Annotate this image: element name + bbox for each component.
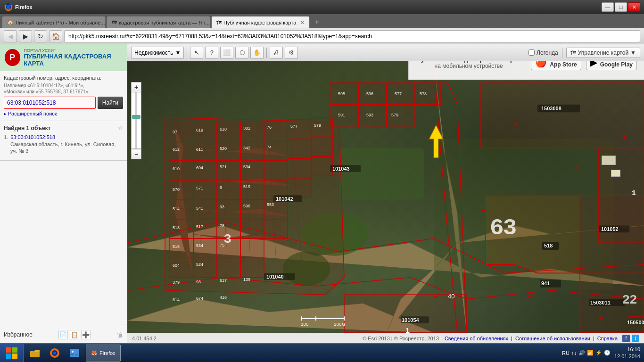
svg-rect-29 xyxy=(217,180,240,199)
search-input[interactable] xyxy=(4,97,96,109)
svg-text:+: + xyxy=(528,293,532,300)
app-store-name: App Store xyxy=(550,61,577,68)
svg-text:520: 520 xyxy=(220,146,227,151)
updates-link[interactable]: Сведения об обновлениях xyxy=(445,336,508,341)
polygon-tool-button[interactable]: ⬡ xyxy=(235,47,248,59)
zoom-in-button[interactable]: + xyxy=(131,82,141,92)
manage-map-button[interactable]: 🗺 Управление картой ▼ xyxy=(566,48,640,58)
new-tab-button[interactable]: + xyxy=(311,16,323,28)
svg-text:101052: 101052 xyxy=(601,227,619,232)
svg-rect-42 xyxy=(264,219,288,239)
map-view[interactable]: .cad-line { stroke: #cc0000; stroke-widt… xyxy=(127,61,644,333)
home-button[interactable]: 🏠 xyxy=(49,30,62,42)
portal-logo: Р xyxy=(5,49,20,66)
building-marker xyxy=(602,156,616,165)
property-type-label: Недвижимость xyxy=(134,49,173,56)
portal-title-block: ПОРТАЛ УСЛУГ ПУБЛИЧНАЯ КАДАСТРОВАЯ КАРТА xyxy=(24,48,123,67)
cursor-tool-button[interactable]: ↖ xyxy=(190,47,203,59)
favorites-list-icon[interactable]: 📋 xyxy=(70,330,79,339)
close-button[interactable]: ✕ xyxy=(628,2,640,12)
portal-header: Р ПОРТАЛ УСЛУГ ПУБЛИЧНАЯ КАДАСТРОВАЯ КАР… xyxy=(0,44,127,71)
svg-text:524: 524 xyxy=(196,262,203,267)
tabs-bar: 🏠 Личный кабинет Pro - Мои объявле... ✕ … xyxy=(0,14,644,28)
back-button[interactable]: ◀ xyxy=(4,30,17,42)
address-bar[interactable] xyxy=(64,30,640,42)
svg-rect-48 xyxy=(193,258,217,277)
svg-text:101043: 101043 xyxy=(332,166,350,171)
search-button[interactable]: Найти xyxy=(98,97,123,109)
result-link[interactable]: 63:03:0101052:518 xyxy=(10,134,55,140)
zoom-scale[interactable] xyxy=(131,92,141,149)
results-panel: Найден 1 объект ☆ 1. 63:03:0101052:518 С… xyxy=(0,121,127,161)
search-hint-line1: Например «61:6:10104:12», «61:6:*», xyxy=(4,83,84,88)
tab-close-3[interactable]: ✕ xyxy=(300,19,305,26)
cadastral-overlay: .cad-line { stroke: #cc0000; stroke-widt… xyxy=(127,61,644,333)
footer-sep-2: | xyxy=(593,336,594,341)
favorites-add-icon[interactable]: 📄 xyxy=(58,330,68,339)
minimize-button[interactable]: — xyxy=(602,2,614,12)
favorites-add2-icon[interactable]: ➕ xyxy=(81,330,91,339)
svg-text:+: + xyxy=(481,206,485,214)
reload-button[interactable]: ↻ xyxy=(34,30,47,42)
taskbar-explorer[interactable] xyxy=(25,345,44,362)
svg-text:612: 612 xyxy=(173,147,180,152)
zoom-controls: + − xyxy=(131,82,141,159)
start-button[interactable] xyxy=(0,344,24,362)
network-icon[interactable]: 📶 xyxy=(587,350,594,356)
info-tool-button[interactable]: ? xyxy=(205,47,218,59)
agreement-link[interactable]: Соглашение об использовании xyxy=(515,336,590,341)
svg-text:604: 604 xyxy=(173,263,180,268)
legend-checkbox[interactable] xyxy=(528,49,535,56)
logo-q1 xyxy=(6,347,11,353)
taskbar-firefox-window[interactable]: 🦊 Firefox xyxy=(86,345,121,362)
svg-text:139: 139 xyxy=(243,277,250,282)
svg-rect-17 xyxy=(264,141,288,161)
zoom-out-button[interactable]: − xyxy=(131,149,141,159)
svg-text:379: 379 xyxy=(173,280,180,285)
svg-text:534: 534 xyxy=(196,244,203,248)
forward-button[interactable]: ▶ xyxy=(19,30,32,42)
pan-tool-button[interactable]: ✋ xyxy=(250,47,264,59)
facebook-icon[interactable]: f xyxy=(622,335,630,342)
taskbar-window-label: Firefox xyxy=(99,350,116,356)
extended-search-link[interactable]: ▸ Расширенный поиск xyxy=(4,111,123,117)
svg-text:941: 941 xyxy=(541,281,550,286)
help-link[interactable]: Справка xyxy=(597,336,618,341)
result-number: 1. xyxy=(4,134,8,140)
speaker-icon[interactable]: 🔊 xyxy=(578,350,585,356)
favorites-trash-icon[interactable]: 🗑 xyxy=(116,331,123,338)
taskbar-firefox[interactable] xyxy=(45,345,64,362)
zoom-handle[interactable] xyxy=(132,115,140,119)
pkk-title-sub: на мобильном устройстве xyxy=(416,63,521,69)
taskbar-right: RU ↑↓ 🔊 📶 ⚡ 🕐 16:10 12.01.2014 xyxy=(558,346,644,360)
portal-subtitle: ПОРТАЛ УСЛУГ xyxy=(24,48,123,53)
svg-rect-16 xyxy=(240,141,264,161)
tab-favicon-3: 🗺 xyxy=(216,20,222,25)
tab-pkk[interactable]: 🗺 Публичная кадастровая карта ✕ xyxy=(211,16,310,28)
legend-button[interactable]: Легенда xyxy=(528,49,558,56)
browser-titlebar: Firefox — □ ✕ xyxy=(0,0,644,14)
address-input[interactable] xyxy=(68,33,636,40)
print-button[interactable]: 🖨 xyxy=(270,47,283,59)
svg-rect-57 xyxy=(387,105,415,126)
tab-personal[interactable]: 🏠 Личный кабинет Pro - Мои объявле... ✕ xyxy=(2,16,106,28)
maximize-button[interactable]: □ xyxy=(615,2,627,12)
tab-yandex[interactable]: 🗺 кадастровая публичная карта — Ян... ✕ xyxy=(107,16,210,28)
svg-text:+: + xyxy=(434,294,438,300)
svg-rect-147 xyxy=(30,351,40,357)
svg-text:382: 382 xyxy=(243,126,250,131)
svg-text:591: 591 xyxy=(338,113,345,118)
browser-window: Firefox — □ ✕ 🏠 Личный кабинет Pro - Мои… xyxy=(0,0,644,343)
tab-label-3: Публичная кадастровая карта xyxy=(223,20,296,25)
svg-text:521: 521 xyxy=(220,165,227,170)
logo-q4 xyxy=(12,354,17,359)
settings-button[interactable]: ⚙ xyxy=(285,47,298,59)
property-type-dropdown[interactable]: Недвижимость ▼ xyxy=(131,47,184,59)
results-star[interactable]: ☆ xyxy=(118,125,123,132)
svg-text:1503008: 1503008 xyxy=(541,106,561,111)
frame-tool-button[interactable]: ⬜ xyxy=(220,47,233,59)
twitter-icon[interactable]: t xyxy=(632,335,639,342)
yellow-arrow xyxy=(427,125,446,158)
updown-icon: ↑↓ xyxy=(571,350,577,356)
taskbar-photos[interactable] xyxy=(65,345,84,362)
